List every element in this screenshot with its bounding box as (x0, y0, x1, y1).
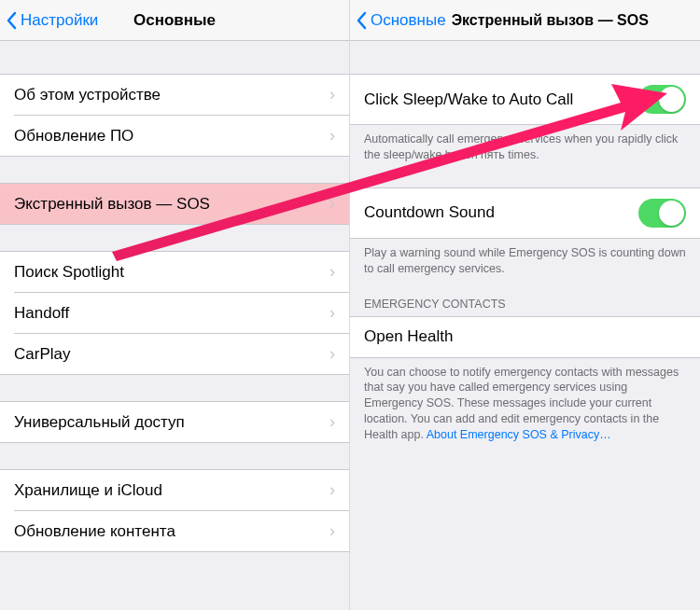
footer-countdown: Play a warning sound while Emergency SOS… (350, 239, 700, 284)
row-about[interactable]: Об этом устройстве › (0, 74, 349, 115)
about-sos-link[interactable]: About Emergency SOS & Privacy… (427, 428, 611, 441)
row-carplay[interactable]: CarPlay › (0, 333, 349, 374)
row-label: Универсальный доступ (14, 413, 185, 432)
row-label: Обновление ПО (14, 127, 133, 146)
row-label: Handoff (14, 304, 69, 323)
row-software-update[interactable]: Обновление ПО › (0, 115, 349, 156)
chevron-right-icon: › (329, 85, 335, 104)
row-countdown-sound[interactable]: Countdown Sound (350, 187, 700, 238)
chevron-right-icon: › (329, 126, 335, 146)
chevron-left-icon (6, 11, 17, 30)
row-accessibility[interactable]: Универсальный доступ › (0, 401, 349, 442)
row-label: Экстренный вызов — SOS (14, 195, 210, 214)
back-label: Основные (371, 11, 446, 30)
footer-contacts: You can choose to notify emergency conta… (350, 358, 700, 451)
open-health-link[interactable]: Open Health (364, 327, 453, 346)
group-open-health: Open Health (350, 316, 700, 358)
back-button[interactable]: Основные (350, 11, 446, 30)
section-header-contacts: EMERGENCY CONTACTS (350, 284, 700, 316)
chevron-right-icon: › (329, 262, 335, 282)
row-label: Хранилище и iCloud (14, 481, 162, 500)
chevron-right-icon: › (329, 480, 335, 500)
toggle-switch[interactable] (638, 85, 686, 114)
footer-auto-call: Automatically call emergency services wh… (350, 125, 700, 171)
chevron-right-icon: › (329, 194, 335, 214)
settings-panel-right: Основные Экстренный вызов — SOS Click Sl… (350, 0, 700, 610)
row-storage[interactable]: Хранилище и iCloud › (0, 469, 349, 510)
settings-panel-left: Настройки Основные Об этом устройстве › … (0, 0, 350, 610)
toggle-switch[interactable] (638, 199, 686, 228)
group-countdown: Countdown Sound (350, 187, 700, 239)
navbar-left: Настройки Основные (0, 0, 349, 41)
navbar-right: Основные Экстренный вызов — SOS (350, 0, 700, 41)
row-content-update[interactable]: Обновление контента › (0, 510, 349, 551)
row-label: Об этом устройстве (14, 86, 161, 104)
group-device: Об этом устройстве › Обновление ПО › (0, 74, 349, 157)
chevron-right-icon: › (329, 303, 335, 323)
back-label: Настройки (21, 11, 98, 30)
row-handoff[interactable]: Handoff › (0, 292, 349, 333)
row-label: Countdown Sound (364, 203, 495, 222)
row-auto-call[interactable]: Click Sleep/Wake to Auto Call (350, 74, 700, 124)
row-label: Поиск Spotlight (14, 263, 124, 282)
page-title: Экстренный вызов — SOS (452, 12, 700, 29)
row-label: CarPlay (14, 345, 70, 364)
back-button[interactable]: Настройки (0, 11, 98, 30)
row-open-health[interactable]: Open Health (350, 316, 700, 357)
row-label: Обновление контента (14, 522, 175, 541)
group-sos: Экстренный вызов — SOS › (0, 183, 349, 225)
chevron-left-icon (356, 11, 367, 30)
row-spotlight[interactable]: Поиск Spotlight › (0, 251, 349, 292)
chevron-right-icon: › (329, 412, 335, 432)
chevron-right-icon: › (329, 521, 335, 541)
group-autocall: Click Sleep/Wake to Auto Call (350, 74, 700, 125)
row-label: Click Sleep/Wake to Auto Call (364, 90, 573, 109)
page-title: Основные (133, 11, 216, 30)
group-storage: Хранилище и iCloud › Обновление контента… (0, 469, 349, 552)
chevron-right-icon: › (329, 344, 335, 364)
row-emergency-sos[interactable]: Экстренный вызов — SOS › (0, 183, 349, 224)
group-accessibility: Универсальный доступ › (0, 401, 349, 443)
group-search: Поиск Spotlight › Handoff › CarPlay › (0, 251, 349, 375)
